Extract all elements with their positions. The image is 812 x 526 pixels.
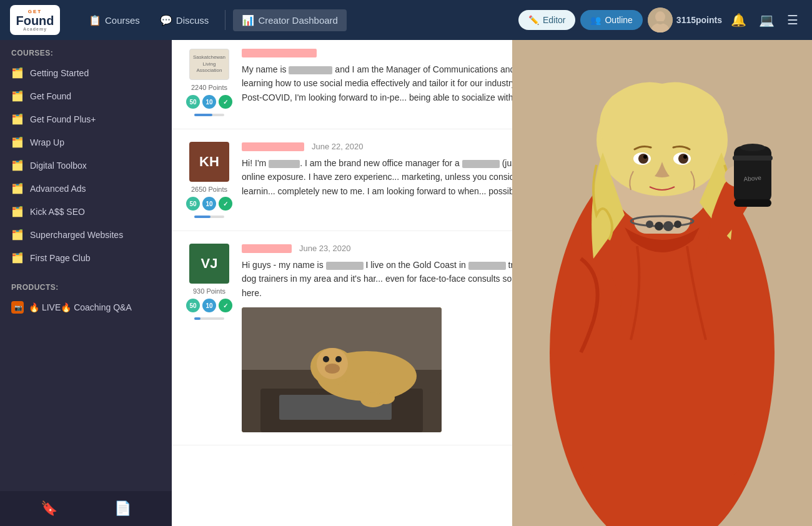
sidebar-label-wrap-up: Wrap Up [30,137,64,147]
hamburger-menu-button[interactable]: ☰ [783,9,802,31]
creator-dashboard-icon: 📊 [242,14,254,26]
badge-10: 10 [202,95,216,109]
svg-point-36 [646,221,653,228]
post3-name-blur [242,244,292,253]
main-layout: Courses: 🗂️ Getting Started 🗂️ Get Found… [0,40,812,526]
svg-text:📷: 📷 [14,304,22,312]
sidebar-bottom-bar: 🔖 📄 [0,491,172,526]
post1-name-blur [242,49,317,57]
notifications-button[interactable]: 🔔 [727,9,750,31]
sidebar-label-get-found-plus: Get Found Plus+ [30,114,96,124]
discuss-label: Discuss [176,15,209,26]
post1-avatar: SaskatchewanLivingAssociation [189,49,229,80]
svg-point-38 [663,221,673,231]
post2-name-blur [242,142,304,151]
post3-date: June 23, 2020 [299,244,350,253]
logo-found: Found [16,14,54,27]
svg-point-34 [740,144,765,151]
post2-avatar: KH [189,142,229,182]
post2-date: June 22, 2020 [312,142,363,151]
sidebar-item-advanced-ads[interactable]: 🗂️ Advanced Ads [0,177,172,200]
logo[interactable]: GET Found Academy [10,5,60,35]
svg-point-13 [335,356,342,362]
sidebar-label-get-found: Get Found [30,91,71,101]
sidebar-item-first-page-club[interactable]: 🗂️ First Page Club [0,246,172,269]
folder-icon-get-found: 🗂️ [11,90,24,102]
folder-icon-wrap-up: 🗂️ [11,136,24,148]
sidebar-item-supercharged-websites[interactable]: 🗂️ Supercharged Websites [0,223,172,246]
badge-check: ✓ [219,95,232,109]
notes-button[interactable]: 📄 [111,497,135,520]
dog-photo-svg [242,307,442,432]
right-side-image: Above [512,40,812,526]
post3-avatar-area: VJ 930 Points 50 10 ✓ [187,244,232,432]
avatar [648,7,673,32]
nav-right: ✏️ Editor 👥 Outline 3115points 🔔 💻 ☰ [518,7,802,32]
sidebar-item-kick-ass-seo[interactable]: 🗂️ Kick A$$ SEO [0,200,172,223]
post2-points: 2650 Points [191,186,227,193]
post3-badge-check: ✓ [219,299,232,312]
courses-section-label: Courses: [0,40,172,61]
post3-badges: 50 10 ✓ [186,299,232,312]
post1-avatar-area: SaskatchewanLivingAssociation 2240 Point… [187,49,232,116]
post3-progress-wrap [194,317,224,320]
nav-discuss[interactable]: 💬 Discuss [151,9,218,31]
post3-points: 930 Points [193,287,225,295]
post1-badges: 50 10 ✓ [186,95,232,109]
logo-box: GET Found Academy [10,5,60,35]
folder-icon-advanced-ads: 🗂️ [11,182,24,194]
post2-progress-wrap [194,216,224,218]
live-coaching-label: 🔥 LIVE🔥 Coaching Q&A [29,302,132,312]
sidebar-label-kick-ass-seo: Kick A$$ SEO [30,207,85,217]
sidebar-label-first-page-club: First Page Club [30,253,90,263]
sidebar-item-getting-started[interactable]: 🗂️ Getting Started [0,61,172,84]
post3-badge-10: 10 [202,299,216,312]
post1-progress-fill [194,114,212,116]
post1-points: 2240 Points [191,84,227,91]
svg-rect-32 [734,199,771,207]
post1-progress-wrap [194,114,224,116]
editor-icon: ✏️ [528,15,539,25]
top-navigation: GET Found Academy 📋 Courses 💬 Discuss 📊 … [0,0,812,40]
bookmark-button[interactable]: 🔖 [37,497,61,520]
sidebar-label-getting-started: Getting Started [30,68,89,78]
discuss-icon: 💬 [160,14,172,26]
user-avatar-area[interactable]: 3115points [648,7,722,32]
svg-point-16 [376,392,395,404]
folder-icon-kick-ass-seo: 🗂️ [11,206,24,217]
nav-links: 📋 Courses 💬 Discuss 📊 Creator Dashboard [80,9,513,31]
post3-progress-fill [194,317,201,320]
folder-icon-get-found-plus: 🗂️ [11,113,24,125]
sidebar-label-supercharged-websites: Supercharged Websites [30,230,123,240]
folder-icon-getting-started: 🗂️ [11,67,24,79]
products-section-label: Products: [0,274,172,295]
svg-point-28 [683,155,687,159]
nav-creator-dashboard[interactable]: 📊 Creator Dashboard [233,9,347,31]
post2-progress-fill [194,216,210,218]
sidebar-item-live-coaching[interactable]: 📷 🔥 LIVE🔥 Coaching Q&A [0,295,172,319]
editor-button[interactable]: ✏️ Editor [518,10,576,30]
nav-courses[interactable]: 📋 Courses [80,9,149,31]
sidebar-item-digital-toolbox[interactable]: 🗂️ Digital Toolbox [0,154,172,177]
post3-avatar: VJ [189,244,229,284]
outline-button[interactable]: 👥 Outline [580,10,642,30]
post2-badge-check: ✓ [219,197,232,211]
post2-avatar-area: KH 2650 Points 50 10 ✓ [187,142,232,218]
sidebar-label-digital-toolbox: Digital Toolbox [30,161,87,171]
post2-badge-10: 10 [202,197,216,211]
sidebar-item-get-found-plus[interactable]: 🗂️ Get Found Plus+ [0,107,172,131]
laptop-icon-button[interactable]: 💻 [755,9,778,31]
content-area: SaskatchewanLivingAssociation 2240 Point… [172,40,812,526]
sidebar-label-advanced-ads: Advanced Ads [30,184,86,194]
sidebar-item-get-found[interactable]: 🗂️ Get Found [0,84,172,107]
svg-point-1 [655,11,665,22]
post3-badge-50: 50 [186,299,200,312]
avatar-image [648,7,673,32]
outline-icon: 👥 [590,15,601,25]
svg-point-27 [643,155,647,159]
sidebar-item-wrap-up[interactable]: 🗂️ Wrap Up [0,131,172,154]
logo-academy: Academy [23,27,47,31]
outline-label: Outline [605,15,632,25]
svg-rect-19 [581,227,743,477]
courses-label: Courses [105,15,140,26]
